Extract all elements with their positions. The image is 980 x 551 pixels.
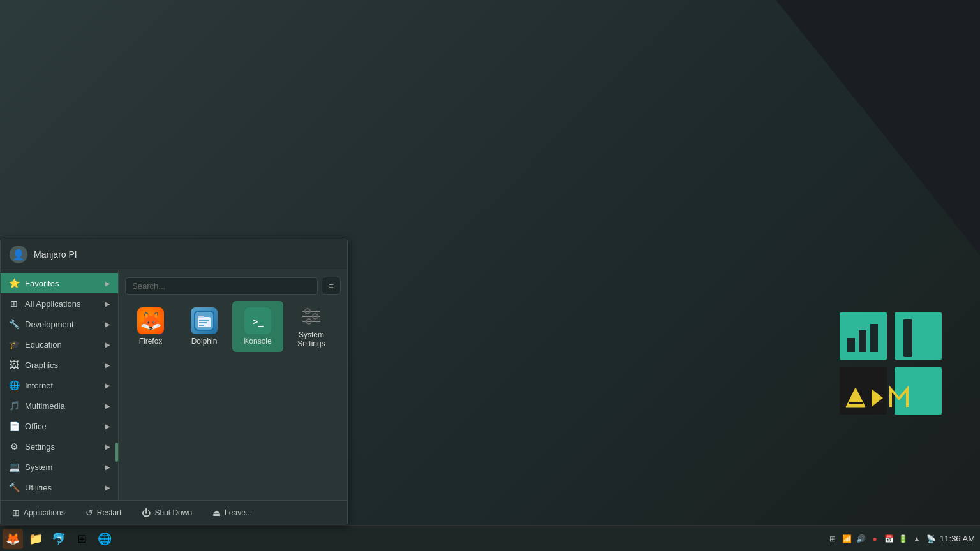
svg-rect-1 xyxy=(895,312,942,360)
education-icon: 🎓 xyxy=(8,339,20,350)
sidebar-item-utilities[interactable]: 🔨 Utilities ▶ xyxy=(1,477,118,497)
sidebar-item-office[interactable]: 📄 Office ▶ xyxy=(1,416,118,436)
desktop: 👤 Manjaro PI ⭐ Favorites ▶ ⊞ All Applica… xyxy=(0,0,980,551)
multimedia-icon: 🎵 xyxy=(8,400,20,411)
applications-icon: ⊞ xyxy=(12,508,20,518)
tray-calendar-icon[interactable]: 📅 xyxy=(884,534,894,544)
app-item-dolphin[interactable]: Dolphin xyxy=(179,301,230,352)
development-icon: 🔧 xyxy=(8,318,20,330)
tray-audio-icon[interactable]: 🔊 xyxy=(856,534,866,544)
sidebar-label-favorites: Favorites xyxy=(25,279,105,288)
settings-arrow: ▶ xyxy=(105,443,110,450)
sidebar-item-development[interactable]: 🔧 Development ▶ xyxy=(1,314,118,334)
graphics-arrow: ▶ xyxy=(105,362,110,369)
development-arrow: ▶ xyxy=(105,321,110,328)
svg-rect-5 xyxy=(859,330,866,352)
tray-battery-icon[interactable]: 🔋 xyxy=(898,534,908,544)
sidebar-item-graphics[interactable]: 🖼 Graphics ▶ xyxy=(1,355,118,375)
taskbar-dolphin[interactable]: 🐬 xyxy=(48,529,69,549)
sidebar-item-settings[interactable]: ⚙ Settings ▶ xyxy=(1,436,118,457)
user-avatar: 👤 xyxy=(10,246,27,263)
search-input[interactable] xyxy=(125,277,318,295)
svg-text:>_: >_ xyxy=(253,316,264,327)
sidebar-label-education: Education xyxy=(25,340,105,349)
sidebar-label-multimedia: Multimedia xyxy=(25,401,105,411)
settings-nav-icon: ⚙ xyxy=(8,441,20,452)
app-item-system-settings[interactable]: System Settings xyxy=(286,301,337,352)
office-icon: 📄 xyxy=(8,420,20,432)
favorites-icon: ⭐ xyxy=(8,277,20,289)
sidebar-item-multimedia[interactable]: 🎵 Multimedia ▶ xyxy=(1,395,118,416)
svg-rect-16 xyxy=(199,322,207,323)
applications-label: Applications xyxy=(24,508,65,517)
restart-button[interactable]: ↺ Restart xyxy=(82,506,126,520)
app-menu: 👤 Manjaro PI ⭐ Favorites ▶ ⊞ All Applica… xyxy=(0,239,348,525)
firefox-app-icon xyxy=(137,307,164,334)
arm-logo-widget xyxy=(840,312,942,415)
sidebar-label-office: Office xyxy=(25,422,105,431)
svg-rect-10 xyxy=(903,319,912,357)
svg-rect-4 xyxy=(847,338,855,352)
svg-rect-14 xyxy=(198,316,204,318)
tray-network-icon[interactable]: 📶 xyxy=(842,534,852,544)
system-icon: 💻 xyxy=(8,461,20,473)
office-arrow: ▶ xyxy=(105,423,110,430)
leave-button[interactable]: ⏏ Leave... xyxy=(209,506,256,520)
sidebar-item-system[interactable]: 💻 System ▶ xyxy=(1,457,118,477)
dolphin-app-icon xyxy=(191,307,218,334)
sidebar-label-utilities: Utilities xyxy=(25,483,105,492)
tray-grid-icon[interactable]: ⊞ xyxy=(828,534,838,544)
username: Manjaro PI xyxy=(34,249,77,260)
app-grid: Firefox xyxy=(125,301,341,352)
sidebar-label-development: Development xyxy=(25,320,105,329)
menu-header: 👤 Manjaro PI xyxy=(1,239,347,270)
svg-rect-3 xyxy=(895,367,942,415)
taskbar-browser[interactable]: 🌐 xyxy=(94,529,115,549)
sidebar-item-internet[interactable]: 🌐 Internet ▶ xyxy=(1,375,118,395)
favorites-arrow: ▶ xyxy=(105,280,110,287)
firefox-label: Firefox xyxy=(139,337,163,346)
multimedia-arrow: ▶ xyxy=(105,402,110,409)
leave-icon: ⏏ xyxy=(212,508,221,518)
leave-label: Leave... xyxy=(225,508,252,517)
internet-arrow: ▶ xyxy=(105,382,110,389)
svg-rect-2 xyxy=(840,367,887,415)
tray-record-icon[interactable]: ● xyxy=(870,534,880,544)
taskbar-appstore[interactable]: ⊞ xyxy=(71,529,92,549)
app-item-firefox[interactable]: Firefox xyxy=(125,301,176,352)
menu-footer: ⊞ Applications ↺ Restart ⏻ Shut Down ⏏ L… xyxy=(1,500,347,525)
tray-wifi-icon[interactable]: ▲ xyxy=(912,534,922,544)
app-item-konsole[interactable]: >_ Konsole xyxy=(232,301,283,352)
tray-network2-icon[interactable]: 📡 xyxy=(926,534,936,544)
taskbar: 🦊 📁 🐬 ⊞ 🌐 ⊞ 📶 🔊 ● 📅 🔋 ▲ 📡 11:36 AM xyxy=(0,525,980,551)
menu-body: ⭐ Favorites ▶ ⊞ All Applications ▶ 🔧 Dev… xyxy=(1,270,347,500)
taskbar-firefox[interactable]: 🦊 xyxy=(3,529,23,549)
shutdown-label: Shut Down xyxy=(154,508,192,517)
sidebar-label-settings: Settings xyxy=(25,442,105,452)
svg-rect-17 xyxy=(199,325,204,326)
restart-icon: ↺ xyxy=(85,508,93,518)
menu-content: ≡ Firefox xyxy=(119,270,347,500)
sidebar-item-favorites[interactable]: ⭐ Favorites ▶ xyxy=(1,273,118,293)
search-filter-button[interactable]: ≡ xyxy=(322,277,341,295)
applications-button[interactable]: ⊞ Applications xyxy=(8,506,69,520)
dolphin-label: Dolphin xyxy=(191,337,218,346)
system-settings-app-icon xyxy=(298,305,325,328)
sidebar-item-education[interactable]: 🎓 Education ▶ xyxy=(1,334,118,355)
sidebar-label-internet: Internet xyxy=(25,381,105,390)
svg-rect-15 xyxy=(199,320,209,321)
sidebar-label-system: System xyxy=(25,462,105,472)
sidebar-label-all-apps: All Applications xyxy=(25,299,105,309)
konsole-app-icon: >_ xyxy=(244,307,271,334)
sidebar-item-all-applications[interactable]: ⊞ All Applications ▶ xyxy=(1,293,118,314)
system-time: 11:36 AM xyxy=(940,534,975,543)
utilities-icon: 🔨 xyxy=(8,481,20,493)
shutdown-button[interactable]: ⏻ Shut Down xyxy=(138,506,196,520)
konsole-label: Konsole xyxy=(244,337,271,346)
menu-sidebar: ⭐ Favorites ▶ ⊞ All Applications ▶ 🔧 Dev… xyxy=(1,270,119,500)
shutdown-icon: ⏻ xyxy=(142,508,151,518)
taskbar-right: ⊞ 📶 🔊 ● 📅 🔋 ▲ 📡 11:36 AM xyxy=(828,534,980,544)
system-arrow: ▶ xyxy=(105,464,110,471)
sidebar-scrollbar[interactable] xyxy=(115,443,118,462)
taskbar-files[interactable]: 📁 xyxy=(26,529,46,549)
